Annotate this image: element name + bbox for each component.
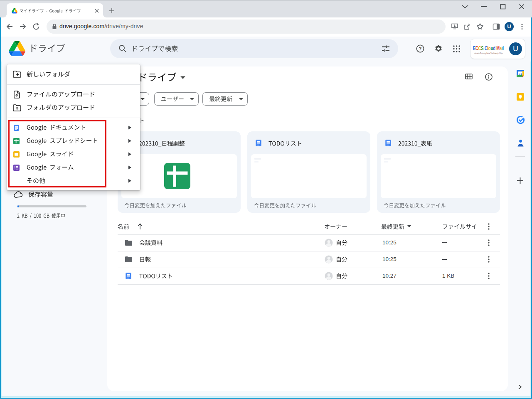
- svg-text:Information Technology Center,: Information Technology Center, The Unive…: [474, 52, 503, 54]
- svg-text:?: ?: [419, 46, 421, 51]
- svg-text:31: 31: [519, 72, 522, 76]
- svg-text:ECCS Cloud Mail: ECCS Cloud Mail: [473, 44, 504, 52]
